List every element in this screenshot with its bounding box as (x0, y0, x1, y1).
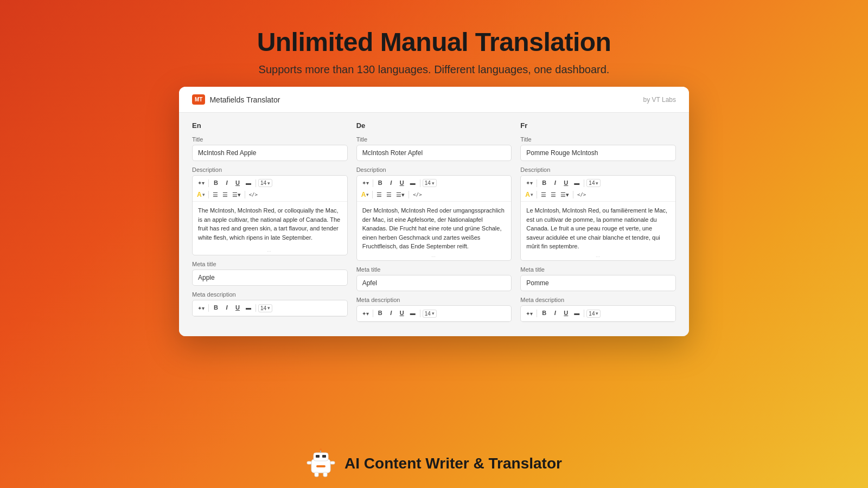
en-title-label: Title (192, 136, 348, 143)
en-font-size[interactable]: 14 ▾ (258, 179, 272, 187)
en-underline-btn2[interactable]: U (233, 303, 242, 313)
lang-en: En (192, 121, 348, 130)
en-meta-desc-group: Meta description ✦▾ B I U ▬ (192, 291, 348, 316)
de-magic-btn2[interactable]: ✦▾ (360, 310, 371, 318)
fr-bold-btn[interactable]: B (539, 178, 549, 188)
fr-meta-title-input[interactable] (520, 275, 676, 291)
de-meta-title-input[interactable] (356, 275, 512, 291)
de-title-input[interactable] (356, 145, 512, 161)
fr-meta-desc-toolbar: ✦▾ B I U ▬ 14 ▾ (521, 306, 675, 321)
en-strike-btn[interactable]: ▬ (244, 178, 253, 188)
de-align-btn[interactable]: ☰▾ (394, 191, 406, 199)
de-desc-label: Description (356, 166, 512, 173)
en-bold-btn[interactable]: B (211, 178, 221, 188)
en-meta-title-group: Meta title (192, 261, 348, 286)
fr-desc-content[interactable]: Le McIntosh, McIntosh Red, ou familièrem… (521, 202, 675, 253)
fr-magic-btn2[interactable]: ✦▾ (524, 310, 534, 318)
en-italic-btn[interactable]: I (222, 178, 232, 188)
svg-rect-10 (323, 472, 327, 477)
de-strike-btn[interactable]: ▬ (408, 178, 418, 188)
en-desc-group: Description ✦▾ B I U ▬ (192, 166, 348, 255)
en-magic-btn[interactable]: ✦▾ (196, 179, 206, 187)
fr-italic-btn2[interactable]: I (550, 308, 560, 318)
en-meta-title-input[interactable] (192, 269, 348, 286)
fr-bold-btn2[interactable]: B (539, 308, 549, 318)
en-align-btn[interactable]: ☰▾ (231, 191, 242, 199)
columns-container: En Title Description ✦▾ B I (192, 121, 676, 328)
sep1 (208, 179, 209, 187)
en-italic-btn2[interactable]: I (222, 303, 232, 313)
fr-ol-btn[interactable]: ☰ (549, 191, 558, 199)
column-de: De Title Description ✦▾ B I (356, 121, 512, 328)
lang-de: De (356, 121, 512, 130)
de-ol-btn[interactable]: ☰ (385, 191, 393, 199)
de-resize: ⋯ (357, 253, 512, 260)
de-color-btn[interactable]: A ▾ (360, 190, 371, 199)
fr-magic-btn[interactable]: ✦▾ (524, 179, 534, 187)
de-italic-btn[interactable]: I (386, 178, 396, 188)
en-strike-btn2[interactable]: ▬ (244, 303, 253, 313)
de-bold-btn2[interactable]: B (375, 308, 385, 318)
en-desc-editor: ✦▾ B I U ▬ 14 ▾ (192, 175, 348, 255)
fr-desc-label: Description (520, 166, 676, 173)
en-code-btn[interactable]: </> (247, 191, 259, 198)
en-desc-content[interactable]: The McIntosh, McIntosh Red, or colloquia… (193, 202, 347, 248)
en-underline-btn[interactable]: U (233, 178, 242, 188)
de-underline-btn2[interactable]: U (397, 308, 407, 318)
app-titlebar: MT Metafields Translator by VT Labs (179, 87, 689, 113)
robot-icon (306, 448, 336, 478)
svg-rect-4 (316, 455, 320, 458)
column-en: En Title Description ✦▾ B I (192, 121, 348, 328)
de-code-btn[interactable]: </> (411, 191, 423, 198)
en-color-btn[interactable]: A ▾ (196, 190, 206, 199)
de-meta-desc-group: Meta description ✦▾ B I U ▬ (356, 297, 512, 322)
de-underline-btn[interactable]: U (397, 178, 407, 188)
fr-desc-group: Description ✦▾ B I U ▬ (520, 166, 676, 261)
fr-meta-title-label: Meta title (520, 266, 676, 273)
fr-meta-desc-group: Meta description ✦▾ B I U ▬ (520, 297, 676, 322)
en-magic-btn2[interactable]: ✦▾ (196, 304, 206, 312)
sep3 (208, 191, 209, 198)
en-meta-desc-toolbar: ✦▾ B I U ▬ 14 ▾ (193, 300, 347, 316)
footer-text: AI Content Writer & Translator (344, 455, 562, 472)
en-ul-btn[interactable]: ☰ (211, 191, 220, 199)
de-bold-btn[interactable]: B (375, 178, 385, 188)
de-desc-content[interactable]: Der McIntosh, McIntosh Red oder umgangss… (357, 202, 512, 253)
fr-align-btn[interactable]: ☰▾ (559, 191, 571, 199)
en-bold-btn2[interactable]: B (211, 303, 221, 313)
en-title-input[interactable] (192, 145, 348, 161)
fr-color-btn[interactable]: A ▾ (524, 190, 534, 199)
de-desc-editor: ✦▾ B I U ▬ 14 ▾ (356, 175, 512, 261)
de-magic-btn[interactable]: ✦▾ (360, 179, 371, 187)
en-meta-title-label: Meta title (192, 261, 348, 267)
app-logo-badge: MT (192, 94, 205, 105)
fr-strike-btn2[interactable]: ▬ (572, 309, 582, 318)
svg-rect-9 (315, 472, 318, 477)
de-desc-group: Description ✦▾ B I U ▬ (356, 166, 512, 261)
de-ul-btn[interactable]: ☰ (375, 191, 384, 199)
fr-font-size2[interactable]: 14 ▾ (586, 310, 601, 318)
fr-font-size[interactable]: 14 ▾ (586, 179, 601, 187)
fr-underline-btn[interactable]: U (561, 178, 571, 188)
app-logo: MT Metafields Translator (192, 94, 280, 105)
fr-code-btn[interactable]: </> (576, 191, 588, 198)
de-strike-btn2[interactable]: ▬ (408, 309, 418, 318)
de-font-size2[interactable]: 14 ▾ (423, 310, 437, 318)
svg-point-3 (320, 448, 322, 451)
fr-italic-btn[interactable]: I (550, 178, 560, 188)
fr-title-label: Title (520, 136, 676, 143)
fr-meta-desc-editor: ✦▾ B I U ▬ 14 ▾ (520, 305, 676, 322)
page-subtitle: Supports more than 130 languages. Differ… (257, 63, 611, 76)
fr-underline-btn2[interactable]: U (561, 308, 571, 318)
en-ol-btn[interactable]: ☰ (221, 191, 229, 199)
de-italic-btn2[interactable]: I (386, 308, 396, 318)
footer: AI Content Writer & Translator (306, 439, 562, 488)
de-font-size[interactable]: 14 ▾ (423, 179, 437, 187)
en-title-group: Title (192, 136, 348, 161)
fr-title-input[interactable] (520, 145, 676, 161)
en-font-size2[interactable]: 14 ▾ (258, 304, 272, 312)
fr-strike-btn[interactable]: ▬ (572, 178, 582, 188)
svg-rect-8 (330, 461, 335, 464)
en-meta-desc-label: Meta description (192, 291, 348, 298)
fr-ul-btn[interactable]: ☰ (539, 191, 548, 199)
